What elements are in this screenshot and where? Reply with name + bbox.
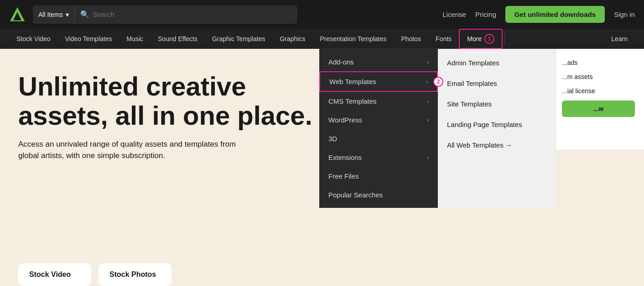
search-bar: All Items ▾ 🔍 (33, 5, 297, 24)
logo[interactable] (9, 6, 26, 23)
nav-music[interactable]: Music (119, 29, 151, 49)
navbar: Stock Video Video Templates Music Sound … (0, 29, 644, 49)
dropdown-item-3d-label: 3D (328, 135, 337, 143)
dropdown-item-extensions[interactable]: Extensions › (319, 148, 438, 167)
nav-graphics[interactable]: Graphics (272, 29, 312, 49)
nav-sound-effects[interactable]: Sound Effects (151, 29, 205, 49)
dropdown-right-admin-label: Admin Templates (447, 59, 499, 67)
chevron-right-icon-3: › (427, 98, 429, 105)
dropdown-item-free-files[interactable]: Free Files (319, 167, 438, 185)
header: All Items ▾ 🔍 License Pricing Get unlimi… (0, 0, 644, 29)
bottom-cards: Stock Video Stock Photos (18, 263, 171, 286)
chevron-right-icon-4: › (427, 117, 429, 123)
dropdown-right-landing-page[interactable]: Landing Page Templates (438, 114, 556, 135)
nav-divider (504, 33, 505, 44)
search-input-wrap: 🔍 (75, 10, 297, 19)
dropdown-item-popular-searches[interactable]: Popular Searches (319, 185, 438, 204)
search-dropdown[interactable]: All Items ▾ (33, 5, 75, 24)
dropdown-item-cms[interactable]: CMS Templates › (319, 92, 438, 111)
nav-video-templates[interactable]: Video Templates (57, 29, 119, 49)
nav-graphic-templates[interactable]: Graphic Templates (205, 29, 272, 49)
nav-photos[interactable]: Photos (394, 29, 429, 49)
dropdown-item-wordpress-label: WordPress (328, 116, 362, 124)
bottom-card-stock-photos[interactable]: Stock Photos (99, 263, 171, 286)
dropdown-item-cms-label: CMS Templates (328, 97, 377, 105)
dropdown-item-addons[interactable]: Add-ons › (319, 53, 438, 71)
sign-in-link[interactable]: Sign in (614, 11, 635, 18)
dropdown-right-site-label: Site Templates (447, 100, 492, 108)
hero-title: Unlimited creative assets, all in one pl… (18, 72, 315, 130)
dropdown-menu: Add-ons › Web Templates › 2 CMS Template… (319, 49, 556, 208)
dropdown-item-web-templates[interactable]: Web Templates › 2 (319, 71, 438, 92)
dropdown-right-site-templates[interactable]: Site Templates (438, 94, 556, 114)
nav-more[interactable]: More 1 (459, 29, 503, 49)
right-panel-text-2: ...m assets (562, 72, 635, 82)
license-link[interactable]: License (442, 11, 466, 18)
chevron-down-icon: ▾ (66, 11, 69, 18)
nav-presentation-templates[interactable]: Presentation Templates (312, 29, 394, 49)
dropdown-right-landing-label: Landing Page Templates (447, 121, 522, 128)
nav-stock-video[interactable]: Stock Video (9, 29, 57, 49)
step-badge-2: 2 (433, 77, 443, 87)
chevron-right-icon: › (427, 59, 429, 65)
more-label: More (467, 35, 482, 42)
dropdown-left-panel: Add-ons › Web Templates › 2 CMS Template… (319, 49, 438, 208)
get-unlimited-button[interactable]: Get unlimited downloads (505, 6, 605, 23)
right-panel-cta[interactable]: ...w (562, 101, 635, 117)
nav-fonts[interactable]: Fonts (428, 29, 459, 49)
dropdown-right-email-label: Email Templates (447, 79, 497, 87)
dropdown-item-wordpress[interactable]: WordPress › (319, 111, 438, 129)
search-dropdown-label: All Items (38, 11, 63, 18)
hero-subtitle: Access an unrivaled range of quality ass… (18, 138, 255, 162)
dropdown-item-extensions-label: Extensions (328, 154, 362, 161)
dropdown-right-all-web[interactable]: All Web Templates → (438, 135, 556, 155)
dropdown-item-web-templates-label: Web Templates (329, 78, 376, 85)
nav-learn[interactable]: Learn (604, 29, 635, 49)
dropdown-item-addons-label: Add-ons (328, 58, 354, 66)
search-icon: 🔍 (80, 10, 89, 19)
search-input[interactable] (93, 11, 292, 18)
step-badge-1: 1 (484, 34, 494, 44)
dropdown-right-email-templates[interactable]: Email Templates (438, 73, 556, 94)
right-panel-text-3: ...ial license (562, 86, 635, 96)
envato-logo-icon (9, 6, 26, 23)
pricing-link[interactable]: Pricing (475, 11, 496, 18)
dropdown-item-free-files-label: Free Files (328, 172, 359, 180)
right-panel: ...ads ...m assets ...ial license ...w (553, 49, 644, 149)
dropdown-right-all-label: All Web Templates → (447, 141, 512, 149)
chevron-right-icon-2: › (426, 79, 428, 85)
chevron-right-icon-5: › (427, 154, 429, 161)
header-right: License Pricing Get unlimited downloads … (442, 6, 635, 23)
right-panel-text-1: ...ads (562, 58, 635, 68)
dropdown-right-panel: Admin Templates Email Templates Site Tem… (438, 49, 556, 208)
bottom-card-stock-video[interactable]: Stock Video (18, 263, 91, 286)
dropdown-item-popular-searches-label: Popular Searches (328, 191, 383, 199)
dropdown-item-3d[interactable]: 3D (319, 129, 438, 148)
dropdown-right-admin-templates[interactable]: Admin Templates (438, 53, 556, 73)
